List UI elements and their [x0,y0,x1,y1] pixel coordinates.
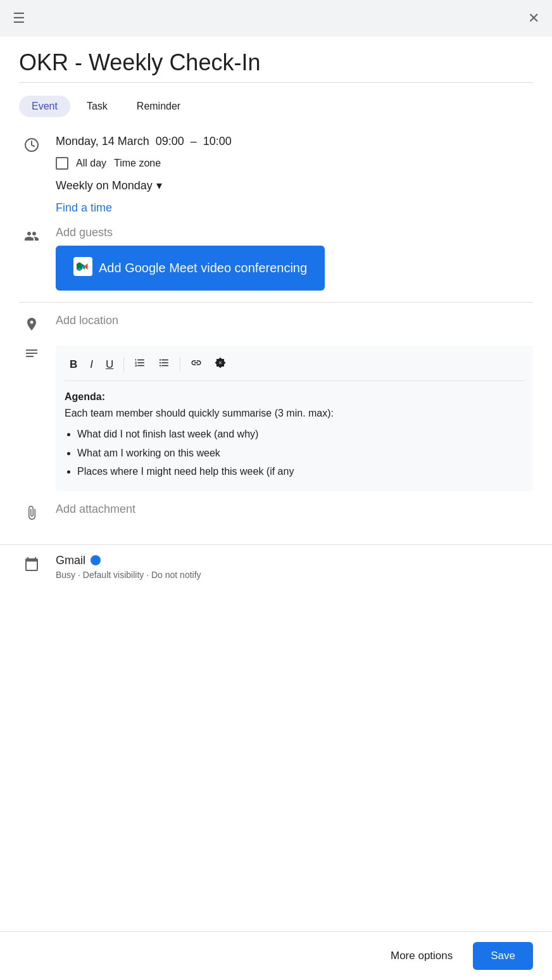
unordered-list-button[interactable] [153,355,175,374]
description-content-area: B I U [56,343,533,491]
end-time[interactable]: 10:00 [203,135,232,148]
add-guests-input[interactable]: Add guests [56,226,533,239]
description-bullets: What did I not finish last week (and why… [77,426,524,480]
datetime-section: Monday, 14 March 09:00 – 10:00 All day T… [19,135,533,215]
bullet-1: What did I not finish last week (and why… [77,426,524,443]
datetime-content: Monday, 14 March 09:00 – 10:00 All day T… [56,135,533,215]
timezone-link[interactable]: Time zone [114,158,161,169]
calendar-name-row: Gmail [56,554,533,567]
meet-button-label: Add Google Meet video conferencing [99,261,307,275]
time-separator: – [191,135,197,148]
start-time[interactable]: 09:00 [156,135,184,148]
close-icon[interactable]: ✕ [528,10,539,27]
bullet-2: What am I working on this week [77,445,524,462]
tab-reminder[interactable]: Reminder [124,96,193,117]
guests-content: Add guests Add Google Meet video confere… [56,226,533,291]
save-button[interactable]: Save [473,942,533,970]
description-section: B I U [19,343,533,491]
italic-button[interactable]: I [85,356,98,374]
clear-format-button[interactable] [210,355,231,374]
calendar-section: Gmail Busy · Default visibility · Do not… [0,544,552,589]
description-editor[interactable]: B I U [56,346,533,491]
allday-checkbox[interactable] [56,157,68,170]
attachment-icon [19,503,44,520]
toolbar-divider-1 [123,358,124,372]
location-section: Add location [19,314,533,332]
calendar-status: Busy [56,570,75,580]
calendar-visibility: Default visibility [83,570,144,580]
tab-event[interactable]: Event [19,96,70,117]
top-bar: ☰ ✕ [0,0,552,37]
ordered-list-button[interactable] [129,355,151,374]
bold-button[interactable]: B [65,356,82,374]
find-time-link[interactable]: Find a time [56,201,112,214]
event-type-tabs: Event Task Reminder [19,96,533,117]
event-title-input[interactable] [19,49,533,83]
calendar-notify: Do not notify [151,570,201,580]
bullet-3: Places where I might need help this week… [77,463,524,480]
divider-1 [19,302,533,303]
guests-icon [19,226,44,244]
calendar-color-dot [91,555,101,565]
location-icon [19,314,44,332]
agenda-label: Agenda: [65,391,105,402]
bottom-bar: More options Save [0,931,552,980]
attachment-section: Add attachment [19,503,533,520]
toolbar-divider-2 [180,358,180,372]
more-options-button[interactable]: More options [380,943,463,969]
recurrence-dropdown[interactable]: Weekly on Monday ▾ [56,179,533,192]
add-location-input[interactable]: Add location [56,314,533,327]
calendar-meta: Busy · Default visibility · Do not notif… [56,570,533,580]
recurrence-arrow-icon: ▾ [156,179,162,192]
description-intro: Each team member should quickly summaris… [65,408,334,418]
description-text[interactable]: Agenda: Each team member should quickly … [65,389,524,480]
hamburger-icon[interactable]: ☰ [13,10,25,27]
calendar-icon [19,554,44,572]
description-icon [19,343,44,361]
underline-button[interactable]: U [101,356,118,374]
recurrence-label: Weekly on Monday [56,179,153,192]
allday-label[interactable]: All day [76,158,106,169]
datetime-row: Monday, 14 March 09:00 – 10:00 [56,135,533,148]
guests-section: Add guests Add Google Meet video confere… [19,226,533,291]
main-content: Event Task Reminder Monday, 14 March 09:… [0,37,552,544]
attachment-content: Add attachment [56,503,533,516]
meet-logo-icon [73,257,92,279]
event-date[interactable]: Monday, 14 March [56,135,149,148]
calendar-name-label: Gmail [56,554,85,567]
add-attachment-input[interactable]: Add attachment [56,503,533,516]
clock-icon [19,135,44,153]
description-toolbar: B I U [65,355,524,381]
allday-row: All day Time zone [56,157,533,170]
tab-task[interactable]: Task [74,96,120,117]
calendar-info: Gmail Busy · Default visibility · Do not… [56,554,533,580]
location-content: Add location [56,314,533,327]
link-button[interactable] [185,355,207,374]
add-meet-button[interactable]: Add Google Meet video conferencing [56,246,325,291]
